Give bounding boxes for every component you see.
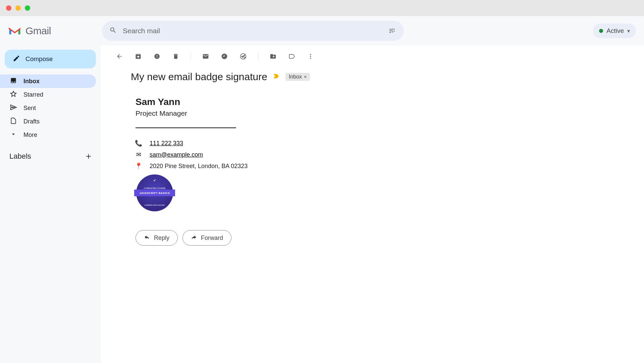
- mark-unread-button[interactable]: [202, 52, 210, 60]
- sidebar: Compose Inbox Starred Sent Dra: [0, 46, 101, 363]
- phone-icon: 📞: [136, 140, 142, 147]
- compose-label: Compose: [25, 55, 53, 63]
- badge-topline: COMPLETED COURSE: [144, 187, 166, 189]
- forward-button[interactable]: Forward: [182, 230, 231, 246]
- signature-email[interactable]: sam@example.com: [150, 151, 203, 158]
- signature-name: Sam Yann: [136, 97, 337, 107]
- email-signature: Sam Yann Project Manager 📞 111 222 333 ✉…: [109, 83, 343, 211]
- forward-label: Forward: [201, 235, 223, 242]
- labels-button[interactable]: [288, 52, 296, 60]
- inbox-icon: [10, 77, 17, 86]
- sidebar-item-label: Drafts: [23, 118, 40, 125]
- svg-point-1: [310, 56, 311, 57]
- signature-address: 2020 Pine Street, London, BA 02323: [150, 163, 248, 170]
- status-dot-icon: [599, 29, 603, 33]
- status-label: Active: [606, 27, 624, 35]
- certification-badge: ✔ COMPLETED COURSE JAVASCRIPT BASICS cod…: [136, 174, 337, 211]
- signature-divider: [136, 127, 236, 128]
- labels-header: Labels +: [0, 142, 101, 162]
- sidebar-item-label: More: [23, 132, 37, 139]
- reply-button[interactable]: Reply: [136, 230, 178, 246]
- svg-point-2: [310, 58, 311, 59]
- file-icon: [10, 117, 17, 126]
- reply-label: Reply: [154, 235, 169, 242]
- badge-main-text: JAVASCRIPT BASICS: [134, 190, 175, 196]
- app-bar: Gmail Active ▾: [0, 16, 644, 46]
- status-chip[interactable]: Active ▾: [593, 23, 636, 38]
- chip-remove-icon[interactable]: ×: [304, 74, 307, 80]
- signature-phone[interactable]: 111 222 333: [150, 140, 183, 147]
- add-label-button[interactable]: +: [86, 151, 91, 162]
- archive-button[interactable]: [134, 52, 142, 60]
- pencil-icon: [13, 55, 20, 64]
- reply-icon: [144, 234, 150, 242]
- sidebar-item-label: Inbox: [23, 78, 40, 85]
- message-pane: My new email badge signature Inbox × Sam…: [101, 46, 644, 363]
- snooze-button[interactable]: [220, 52, 228, 60]
- location-icon: 📍: [136, 162, 142, 170]
- report-spam-button[interactable]: [153, 52, 161, 60]
- send-icon: [10, 104, 17, 112]
- more-menu-button[interactable]: [307, 52, 315, 60]
- app-name: Gmail: [25, 25, 51, 37]
- search-icon: [109, 27, 117, 35]
- sidebar-item-label: Sent: [23, 105, 36, 112]
- labels-title: Labels: [9, 152, 31, 161]
- sidebar-item-sent[interactable]: Sent: [0, 101, 96, 115]
- star-icon: [10, 91, 17, 99]
- email-icon: ✉: [136, 151, 142, 158]
- search-options-icon[interactable]: [388, 27, 396, 35]
- toolbar-separator: [258, 52, 258, 60]
- sidebar-item-more[interactable]: More: [0, 128, 96, 142]
- label-chip-inbox[interactable]: Inbox ×: [285, 73, 310, 81]
- logo: Gmail: [8, 25, 95, 37]
- move-to-button[interactable]: [269, 52, 277, 60]
- macos-titlebar: [0, 0, 644, 16]
- checkmark-icon: ✔: [153, 178, 156, 182]
- search-input[interactable]: [123, 27, 382, 35]
- badge-footer: codelabs tech-courses: [145, 204, 165, 206]
- delete-button[interactable]: [172, 52, 180, 60]
- importance-marker-icon[interactable]: [273, 73, 280, 81]
- back-button[interactable]: [115, 52, 123, 60]
- sidebar-item-drafts[interactable]: Drafts: [0, 115, 96, 128]
- compose-button[interactable]: Compose: [5, 50, 96, 68]
- chevron-down-icon: ▾: [627, 28, 630, 34]
- email-subject: My new email badge signature: [131, 71, 267, 83]
- signature-title: Project Manager: [136, 109, 337, 117]
- app-window: Gmail Active ▾: [0, 0, 644, 363]
- toolbar-separator: [191, 52, 191, 60]
- window-minimize-button[interactable]: [15, 5, 21, 11]
- add-task-button[interactable]: [239, 52, 247, 60]
- chevron-down-icon: [10, 131, 17, 139]
- forward-icon: [191, 234, 197, 242]
- search-bar[interactable]: [102, 21, 404, 41]
- window-close-button[interactable]: [6, 5, 11, 11]
- gmail-logo-icon: [8, 26, 21, 36]
- sidebar-item-label: Starred: [23, 91, 43, 98]
- message-toolbar: [109, 46, 636, 67]
- window-maximize-button[interactable]: [25, 5, 30, 11]
- sidebar-item-starred[interactable]: Starred: [0, 88, 96, 101]
- sidebar-item-inbox[interactable]: Inbox: [0, 74, 96, 88]
- svg-point-0: [310, 54, 311, 55]
- chip-label: Inbox: [289, 74, 302, 80]
